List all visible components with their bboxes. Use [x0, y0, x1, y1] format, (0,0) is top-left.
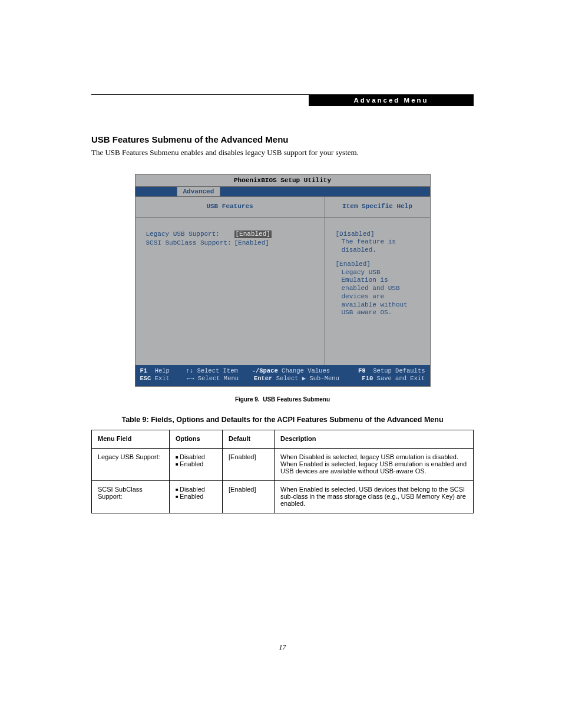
setting-scsi-subclass[interactable]: SCSI SubClass Support: [Enabled] [146, 239, 314, 248]
setting-label: SCSI SubClass Support: [146, 239, 234, 248]
bios-left-heading: USB Features [135, 197, 325, 218]
th-options: Options [170, 430, 223, 448]
cell-default: [Enabled] [223, 480, 275, 513]
key-minus-space: -/Space [252, 367, 278, 374]
bios-title: PhoenixBIOS Setup Utility [135, 174, 430, 187]
figure-caption: Figure 9. USB Features Submenu [91, 396, 474, 403]
help-enabled-text: Legacy USB Emulation is enabled and USB … [336, 269, 419, 318]
setting-legacy-usb[interactable]: Legacy USB Support: [Enabled] [146, 230, 314, 239]
key-leftright: ←→ [187, 375, 194, 382]
th-menu-field: Menu Field [92, 430, 170, 448]
setting-value[interactable]: [Enabled] [234, 239, 269, 248]
bios-footer: F1 Help ↑↓ Select Item -/Space Change Va… [135, 365, 430, 386]
list-item: Enabled [176, 493, 216, 500]
tab-advanced[interactable]: Advanced [177, 187, 221, 196]
list-item: Enabled [176, 460, 216, 467]
action-exit: Exit [155, 375, 170, 382]
bios-right-heading: Item Specific Help [325, 197, 430, 218]
cell-options: Disabled Enabled [170, 448, 223, 480]
header-banner: Advanced Menu [309, 94, 474, 106]
bios-utility: PhoenixBIOS Setup Utility Advanced USB F… [135, 174, 431, 387]
section-intro: The USB Features Submenu enables and dis… [91, 148, 474, 157]
help-disabled-label: [Disabled] [336, 230, 375, 238]
key-f1: F1 [140, 367, 148, 374]
fields-table: Menu Field Options Default Description L… [91, 430, 474, 513]
cell-options: Disabled Enabled [170, 480, 223, 513]
bios-tabs: Advanced [135, 187, 430, 197]
setting-label: Legacy USB Support: [146, 230, 234, 239]
table-title: Table 9: Fields, Options and Defaults fo… [91, 416, 474, 424]
key-f9: F9 [358, 367, 366, 374]
cell-description: When Enabled is selected, USB devices th… [275, 480, 474, 513]
key-f10: F10 [362, 375, 373, 382]
list-item: Disabled [176, 486, 216, 493]
action-change-values: Change Values [282, 367, 330, 374]
table-row: SCSI SubClass Support: Disabled Enabled … [92, 480, 474, 513]
section-title: USB Features Submenu of the Advanced Men… [91, 134, 474, 144]
key-enter: Enter [254, 375, 273, 382]
th-description: Description [275, 430, 474, 448]
action-select-menu: Select Menu [198, 375, 239, 382]
help-enabled-label: [Enabled] [336, 261, 371, 268]
figure-label: Figure 9. [235, 396, 260, 403]
action-setup-defaults: Setup Defaults [373, 367, 425, 374]
action-save-exit: Save and Exit [377, 375, 425, 382]
list-item: Disabled [176, 453, 216, 460]
setting-value[interactable]: [Enabled] [234, 230, 272, 239]
cell-menu: SCSI SubClass Support: [92, 480, 170, 513]
cell-default: [Enabled] [223, 448, 275, 480]
key-updown: ↑↓ [186, 367, 194, 374]
figure-text: USB Features Submenu [263, 396, 330, 403]
action-help: Help [155, 367, 170, 374]
help-text: [Disabled] The feature is disabled. [Ena… [325, 218, 430, 365]
table-row: Legacy USB Support: Disabled Enabled [En… [92, 448, 474, 480]
cell-description: When Disabled is selected, legacy USB em… [275, 448, 474, 480]
action-select-sub: Select ▶ Sub-Menu [276, 375, 339, 382]
cell-menu: Legacy USB Support: [92, 448, 170, 480]
action-select-item: Select Item [197, 367, 237, 374]
key-esc: ESC [140, 375, 151, 382]
page-number: 17 [91, 643, 474, 652]
help-disabled-text: The feature is disabled. [336, 238, 419, 255]
th-default: Default [223, 430, 275, 448]
